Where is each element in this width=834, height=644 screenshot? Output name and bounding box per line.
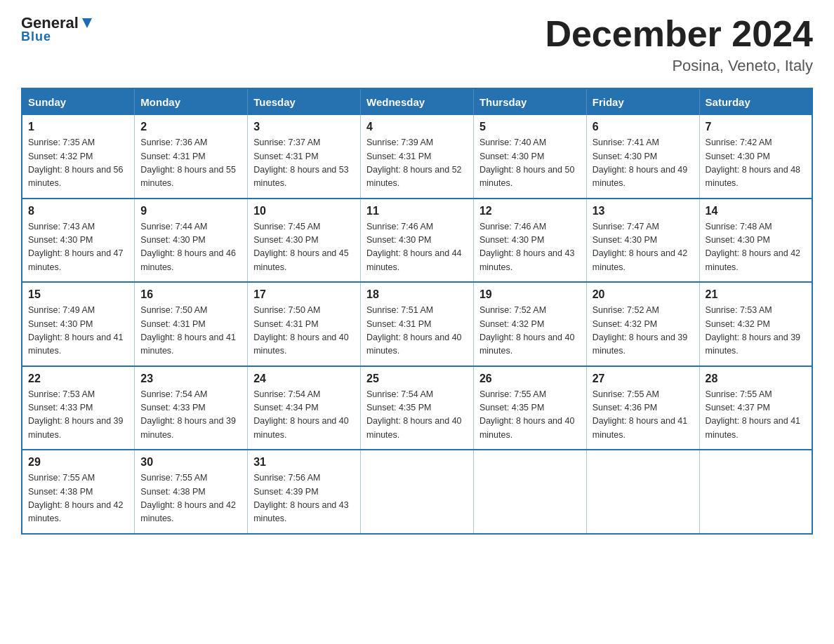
day-number: 30	[140, 456, 241, 469]
day-number: 9	[140, 205, 241, 217]
logo: General Blue	[21, 14, 94, 44]
day-header-monday: Monday	[135, 88, 248, 115]
day-header-tuesday: Tuesday	[248, 88, 361, 115]
day-number: 17	[253, 288, 355, 301]
calendar-cell	[361, 450, 474, 534]
calendar-cell: 14 Sunrise: 7:48 AMSunset: 4:30 PMDaylig…	[699, 199, 812, 283]
day-number: 20	[593, 288, 694, 301]
day-number: 14	[706, 205, 806, 217]
day-header-friday: Friday	[586, 88, 699, 115]
calendar-cell: 26 Sunrise: 7:55 AMSunset: 4:35 PMDaylig…	[473, 366, 586, 450]
calendar-week-row: 1 Sunrise: 7:35 AMSunset: 4:32 PMDayligh…	[22, 115, 812, 199]
day-number: 1	[28, 121, 128, 133]
day-info: Sunrise: 7:54 AMSunset: 4:35 PMDaylight:…	[366, 388, 468, 443]
calendar-cell: 24 Sunrise: 7:54 AMSunset: 4:34 PMDaylig…	[248, 366, 361, 450]
day-number: 23	[140, 373, 241, 385]
day-info: Sunrise: 7:40 AMSunset: 4:30 PMDaylight:…	[479, 136, 581, 191]
day-info: Sunrise: 7:55 AMSunset: 4:38 PMDaylight:…	[140, 471, 241, 526]
calendar-cell: 8 Sunrise: 7:43 AMSunset: 4:30 PMDayligh…	[22, 199, 135, 283]
day-info: Sunrise: 7:52 AMSunset: 4:32 PMDaylight:…	[479, 304, 581, 358]
day-info: Sunrise: 7:39 AMSunset: 4:31 PMDaylight:…	[366, 136, 468, 191]
day-info: Sunrise: 7:56 AMSunset: 4:39 PMDaylight:…	[253, 471, 355, 526]
day-number: 6	[593, 121, 694, 133]
calendar-cell: 1 Sunrise: 7:35 AMSunset: 4:32 PMDayligh…	[22, 115, 135, 199]
logo-triangle-icon	[80, 16, 94, 30]
calendar-cell: 3 Sunrise: 7:37 AMSunset: 4:31 PMDayligh…	[248, 115, 361, 199]
day-number: 16	[140, 288, 241, 301]
calendar-cell: 9 Sunrise: 7:44 AMSunset: 4:30 PMDayligh…	[135, 199, 248, 283]
day-header-saturday: Saturday	[699, 88, 812, 115]
day-number: 24	[253, 373, 355, 385]
day-info: Sunrise: 7:43 AMSunset: 4:30 PMDaylight:…	[28, 220, 128, 275]
day-info: Sunrise: 7:46 AMSunset: 4:30 PMDaylight:…	[366, 220, 468, 275]
calendar-cell: 23 Sunrise: 7:54 AMSunset: 4:33 PMDaylig…	[135, 366, 248, 450]
calendar-week-row: 8 Sunrise: 7:43 AMSunset: 4:30 PMDayligh…	[22, 199, 812, 283]
day-info: Sunrise: 7:54 AMSunset: 4:34 PMDaylight:…	[253, 388, 355, 443]
day-number: 11	[366, 205, 468, 217]
day-number: 7	[706, 121, 806, 133]
calendar-cell: 27 Sunrise: 7:55 AMSunset: 4:36 PMDaylig…	[586, 366, 699, 450]
day-info: Sunrise: 7:50 AMSunset: 4:31 PMDaylight:…	[253, 304, 355, 358]
calendar-week-row: 29 Sunrise: 7:55 AMSunset: 4:38 PMDaylig…	[22, 450, 812, 534]
day-number: 22	[28, 373, 128, 385]
day-info: Sunrise: 7:50 AMSunset: 4:31 PMDaylight:…	[140, 304, 241, 358]
logo-blue-text: Blue	[21, 29, 51, 44]
calendar-cell: 15 Sunrise: 7:49 AMSunset: 4:30 PMDaylig…	[22, 282, 135, 366]
day-number: 27	[593, 373, 694, 385]
calendar-cell: 11 Sunrise: 7:46 AMSunset: 4:30 PMDaylig…	[361, 199, 474, 283]
day-number: 4	[366, 121, 468, 133]
day-header-thursday: Thursday	[473, 88, 586, 115]
day-header-wednesday: Wednesday	[361, 88, 474, 115]
calendar-cell: 30 Sunrise: 7:55 AMSunset: 4:38 PMDaylig…	[135, 450, 248, 534]
day-number: 2	[140, 121, 241, 133]
day-info: Sunrise: 7:53 AMSunset: 4:33 PMDaylight:…	[28, 388, 128, 443]
calendar-cell: 5 Sunrise: 7:40 AMSunset: 4:30 PMDayligh…	[473, 115, 586, 199]
calendar-table: SundayMondayTuesdayWednesdayThursdayFrid…	[21, 88, 813, 535]
day-info: Sunrise: 7:51 AMSunset: 4:31 PMDaylight:…	[366, 304, 468, 358]
day-info: Sunrise: 7:48 AMSunset: 4:30 PMDaylight:…	[706, 220, 806, 275]
calendar-cell	[586, 450, 699, 534]
title-block: December 2024 Posina, Veneto, Italy	[545, 14, 813, 75]
day-info: Sunrise: 7:47 AMSunset: 4:30 PMDaylight:…	[593, 220, 694, 275]
day-info: Sunrise: 7:41 AMSunset: 4:30 PMDaylight:…	[593, 136, 694, 191]
day-info: Sunrise: 7:53 AMSunset: 4:32 PMDaylight:…	[706, 304, 806, 358]
day-number: 28	[706, 373, 806, 385]
page-header: General Blue December 2024 Posina, Venet…	[21, 14, 813, 75]
day-info: Sunrise: 7:44 AMSunset: 4:30 PMDaylight:…	[140, 220, 241, 275]
day-number: 15	[28, 288, 128, 301]
day-header-sunday: Sunday	[22, 88, 135, 115]
day-info: Sunrise: 7:55 AMSunset: 4:35 PMDaylight:…	[479, 388, 581, 443]
calendar-cell: 22 Sunrise: 7:53 AMSunset: 4:33 PMDaylig…	[22, 366, 135, 450]
calendar-cell: 4 Sunrise: 7:39 AMSunset: 4:31 PMDayligh…	[361, 115, 474, 199]
calendar-cell: 29 Sunrise: 7:55 AMSunset: 4:38 PMDaylig…	[22, 450, 135, 534]
day-number: 5	[479, 121, 581, 133]
day-info: Sunrise: 7:36 AMSunset: 4:31 PMDaylight:…	[140, 136, 241, 191]
calendar-cell: 16 Sunrise: 7:50 AMSunset: 4:31 PMDaylig…	[135, 282, 248, 366]
calendar-cell: 6 Sunrise: 7:41 AMSunset: 4:30 PMDayligh…	[586, 115, 699, 199]
day-number: 21	[706, 288, 806, 301]
day-info: Sunrise: 7:49 AMSunset: 4:30 PMDaylight:…	[28, 304, 128, 358]
day-info: Sunrise: 7:55 AMSunset: 4:37 PMDaylight:…	[706, 388, 806, 443]
calendar-cell: 13 Sunrise: 7:47 AMSunset: 4:30 PMDaylig…	[586, 199, 699, 283]
day-number: 10	[253, 205, 355, 217]
calendar-cell: 19 Sunrise: 7:52 AMSunset: 4:32 PMDaylig…	[473, 282, 586, 366]
location-title: Posina, Veneto, Italy	[545, 57, 813, 75]
calendar-cell: 28 Sunrise: 7:55 AMSunset: 4:37 PMDaylig…	[699, 366, 812, 450]
day-number: 18	[366, 288, 468, 301]
day-info: Sunrise: 7:37 AMSunset: 4:31 PMDaylight:…	[253, 136, 355, 191]
calendar-cell: 7 Sunrise: 7:42 AMSunset: 4:30 PMDayligh…	[699, 115, 812, 199]
svg-marker-0	[82, 18, 92, 28]
day-info: Sunrise: 7:42 AMSunset: 4:30 PMDaylight:…	[706, 136, 806, 191]
day-number: 12	[479, 205, 581, 217]
day-info: Sunrise: 7:52 AMSunset: 4:32 PMDaylight:…	[593, 304, 694, 358]
calendar-week-row: 22 Sunrise: 7:53 AMSunset: 4:33 PMDaylig…	[22, 366, 812, 450]
day-number: 26	[479, 373, 581, 385]
day-number: 19	[479, 288, 581, 301]
calendar-cell: 20 Sunrise: 7:52 AMSunset: 4:32 PMDaylig…	[586, 282, 699, 366]
day-info: Sunrise: 7:54 AMSunset: 4:33 PMDaylight:…	[140, 388, 241, 443]
calendar-cell: 25 Sunrise: 7:54 AMSunset: 4:35 PMDaylig…	[361, 366, 474, 450]
calendar-cell: 21 Sunrise: 7:53 AMSunset: 4:32 PMDaylig…	[699, 282, 812, 366]
calendar-header-row: SundayMondayTuesdayWednesdayThursdayFrid…	[22, 88, 812, 115]
calendar-cell: 17 Sunrise: 7:50 AMSunset: 4:31 PMDaylig…	[248, 282, 361, 366]
day-number: 8	[28, 205, 128, 217]
